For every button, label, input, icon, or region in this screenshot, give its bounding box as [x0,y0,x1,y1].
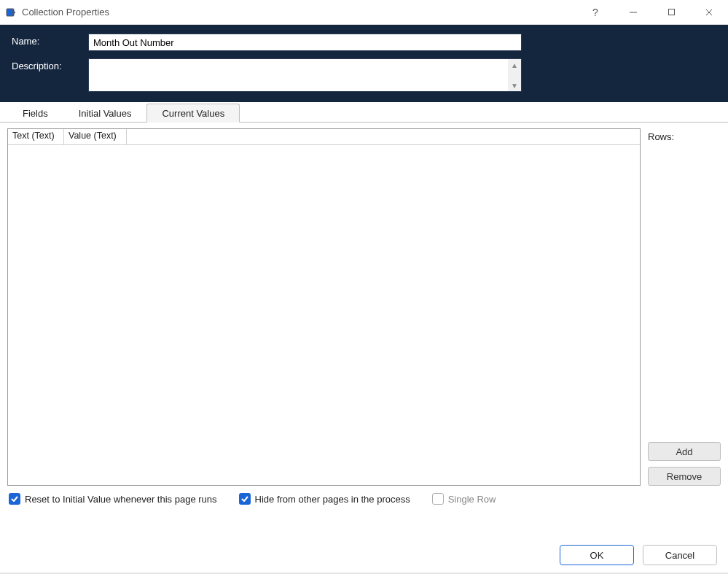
side-panel: Rows: Add Remove [648,128,721,486]
tab-initial-values[interactable]: Initial Values [63,104,147,122]
rows-label: Rows: [648,131,721,142]
remove-button[interactable]: Remove [648,467,721,486]
close-button[interactable] [690,0,728,24]
dialog-footer: OK Cancel [560,545,717,565]
data-grid[interactable]: Text (Text) Value (Text) [7,128,641,486]
svg-rect-3 [668,9,674,15]
name-label: Name: [12,34,88,47]
checkbox-checked-icon [239,493,251,505]
scroll-up-icon[interactable]: ▲ [508,59,521,71]
tab-fields[interactable]: Fields [7,104,63,122]
tab-current-values[interactable]: Current Values [146,104,240,123]
description-input[interactable] [89,59,508,91]
scroll-down-icon[interactable]: ▼ [508,79,521,91]
ok-button[interactable]: OK [560,545,634,565]
description-label: Description: [12,58,88,71]
checkbox-checked-icon [9,493,20,505]
description-wrap: ▲ ▼ [88,58,522,92]
window-title: Collection Properties [22,7,109,18]
app-icon [6,7,16,18]
maximize-button[interactable] [652,0,690,24]
description-scrollbar[interactable]: ▲ ▼ [508,59,521,91]
single-row-checkbox-label: Single Row [448,494,496,505]
hide-checkbox-label: Hide from other pages in the process [255,494,410,505]
checkbox-unchecked-icon [432,493,444,505]
content-area: Text (Text) Value (Text) Rows: Add Remov… [0,123,728,486]
options-row: Reset to Initial Value whenever this pag… [0,486,728,505]
titlebar: Collection Properties ? [0,0,728,25]
reset-checkbox-label: Reset to Initial Value whenever this pag… [25,494,217,505]
help-button[interactable]: ? [576,0,614,24]
grid-column-text[interactable]: Text (Text) [8,129,64,144]
minimize-button[interactable] [614,0,652,24]
reset-checkbox[interactable]: Reset to Initial Value whenever this pag… [9,493,217,505]
cancel-button[interactable]: Cancel [643,545,717,565]
hide-checkbox[interactable]: Hide from other pages in the process [239,493,410,505]
grid-column-value[interactable]: Value (Text) [64,129,127,144]
grid-header: Text (Text) Value (Text) [8,129,640,145]
svg-marker-1 [12,10,15,15]
add-button[interactable]: Add [648,442,721,461]
properties-header: Name: Description: ▲ ▼ [0,25,728,102]
name-input[interactable] [88,34,522,51]
single-row-checkbox: Single Row [432,493,496,505]
tabstrip: Fields Initial Values Current Values [0,102,728,123]
window-controls: ? [576,0,728,24]
